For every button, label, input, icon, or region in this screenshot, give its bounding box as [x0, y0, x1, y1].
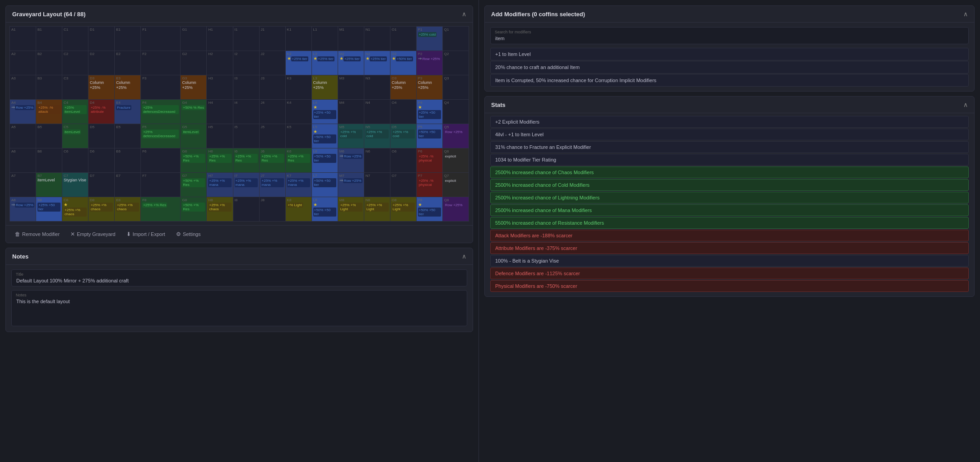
grid-cell-q7[interactable]: Q7explicit [442, 173, 469, 197]
grid-cell-h8[interactable]: H8+25% +% chaos [207, 197, 233, 222]
grid-cell-l5[interactable]: L5★+50% +50 tier [311, 124, 338, 148]
grid-cell-o6[interactable]: O6 [390, 148, 416, 173]
grid-cell-h3[interactable]: H3 [207, 75, 233, 100]
grid-cell-e1[interactable]: E1 [115, 27, 141, 51]
grid-cell-n5[interactable]: N5+25% +% cold [364, 124, 390, 148]
grid-cell-o5[interactable]: O5+25% +% cold [390, 124, 416, 148]
grid-cell-a6[interactable]: A6 [10, 148, 36, 173]
grid-cell-l3[interactable]: L3Column +25% [311, 75, 338, 100]
grid-cell-p2[interactable]: P2⇒Row +25% [416, 51, 442, 75]
grid-cell-l4[interactable]: L4★+25% +50 tier [311, 100, 338, 124]
grid-cell-q5[interactable]: Q5Row +25% [442, 124, 469, 148]
grid-cell-p1[interactable]: P1+25% cold [416, 27, 442, 51]
grid-cell-a3[interactable]: A3 [10, 75, 36, 100]
modifier-item-1[interactable]: 20% chance to craft an additional Item [490, 61, 969, 74]
grid-cell-k7[interactable]: K7+25% +% mana [285, 173, 311, 197]
grid-cell-o7[interactable]: O7 [390, 173, 416, 197]
grid-cell-l6[interactable]: L6+50% +50 tier [311, 148, 338, 173]
grid-cell-h5[interactable]: H5 [207, 124, 233, 148]
grid-cell-p8[interactable]: P8★+50% +50 tier [416, 197, 442, 222]
grid-cell-k5[interactable]: K5 [285, 124, 311, 148]
grid-cell-f7[interactable]: F7 [141, 173, 181, 197]
grid-cell-g4[interactable]: G4+50% % Res [181, 100, 207, 124]
grid-cell-a4[interactable]: A4⇒Row +25% [10, 100, 36, 124]
grid-cell-j5[interactable]: J5 [259, 124, 285, 148]
grid-cell-d1[interactable]: D1 [88, 27, 115, 51]
grid-cell-j1[interactable]: J1 [259, 27, 285, 51]
grid-cell-b6[interactable]: B6 [36, 148, 62, 173]
grid-cell-e2[interactable]: E2 [115, 51, 141, 75]
grid-cell-o1[interactable]: O1 [390, 27, 416, 51]
grid-cell-b8[interactable]: B8+25% +50 tier [36, 197, 62, 222]
grid-cell-b2[interactable]: B2 [36, 51, 62, 75]
empty-graveyard-button[interactable]: ✕ Empty Graveyard [67, 229, 119, 239]
modifier-item-2[interactable]: Item is Corrupted, 50% increased chance … [490, 74, 969, 87]
grid-cell-d8[interactable]: D8+25% +% chaos [88, 197, 115, 222]
grid-cell-c8[interactable]: C8★+25% +% chaos [62, 197, 88, 222]
grid-cell-e8[interactable]: E8+25% +% chaos [115, 197, 141, 222]
graveyard-collapse-icon[interactable]: ∧ [462, 10, 466, 18]
grid-cell-d5[interactable]: D5 [88, 124, 115, 148]
grid-cell-a2[interactable]: A2 [10, 51, 36, 75]
grid-cell-f1[interactable]: F1 [141, 27, 181, 51]
grid-cell-f2[interactable]: F2 [141, 51, 181, 75]
grid-cell-b4[interactable]: B4+25% -% attack [36, 100, 62, 124]
grid-cell-n8[interactable]: N8+25% +% Light [364, 197, 390, 222]
grid-cell-j3[interactable]: J3 [259, 75, 285, 100]
grid-cell-g2[interactable]: G2 [181, 51, 207, 75]
grid-cell-l8[interactable]: L8★+50% +50 tier [311, 197, 338, 222]
grid-cell-b3[interactable]: B3 [36, 75, 62, 100]
notes-textarea[interactable]: This is the default layout [11, 290, 467, 326]
grid-cell-l1[interactable]: L1 [311, 27, 338, 51]
grid-cell-p4[interactable]: P4★+25% +50 tier [416, 100, 442, 124]
grid-cell-j4[interactable]: J4 [259, 100, 285, 124]
remove-modifier-button[interactable]: 🗑 Remove Modifier [11, 229, 63, 239]
grid-cell-p3[interactable]: P3Column +25% [416, 75, 442, 100]
grid-cell-k2[interactable]: K2★+25% tier [285, 51, 311, 75]
grid-cell-j7[interactable]: J7+25% +% mana [259, 173, 285, 197]
grid-cell-o4[interactable]: O4 [390, 100, 416, 124]
grid-cell-c7[interactable]: C7Stygian Vise [62, 173, 88, 197]
grid-cell-l7[interactable]: L7+50% +50 tier [311, 173, 338, 197]
import-export-button[interactable]: ⬇ Import / Export [123, 229, 169, 239]
grid-cell-n2[interactable]: N2★+25% tier [364, 51, 390, 75]
grid-cell-l2[interactable]: L2★+25% tier [311, 51, 338, 75]
title-input[interactable] [11, 269, 467, 286]
grid-cell-a8[interactable]: A8⇒Row +25% [10, 197, 36, 222]
settings-button[interactable]: ⚙ Settings [172, 229, 204, 239]
grid-cell-n1[interactable]: N1 [364, 27, 390, 51]
grid-cell-b5[interactable]: B5 [36, 124, 62, 148]
grid-cell-j6[interactable]: J6+25% +% Res [259, 148, 285, 173]
grid-cell-f5[interactable]: F5+25% defencesDecreased [141, 124, 181, 148]
grid-cell-o2[interactable]: O2★+50% tier [390, 51, 416, 75]
grid-cell-k1[interactable]: K1 [285, 27, 311, 51]
grid-cell-q1[interactable]: Q1 [442, 27, 469, 51]
grid-cell-d7[interactable]: D7 [88, 173, 115, 197]
notes-collapse-icon[interactable]: ∧ [462, 253, 466, 260]
add-modifiers-collapse-icon[interactable]: ∧ [963, 10, 968, 18]
grid-cell-g8[interactable]: G8+50% +% Res [181, 197, 207, 222]
grid-cell-q6[interactable]: Q6explicit [442, 148, 469, 173]
grid-cell-m3[interactable]: M3 [338, 75, 364, 100]
grid-cell-h1[interactable]: H1 [207, 27, 233, 51]
grid-cell-a7[interactable]: A7 [10, 173, 36, 197]
grid-cell-i6[interactable]: I6+25% +% Res [233, 148, 259, 173]
grid-cell-c5[interactable]: C5itemLevel [62, 124, 88, 148]
grid-cell-q4[interactable]: Q4 [442, 100, 469, 124]
grid-cell-e4[interactable]: E4Fracture [115, 100, 141, 124]
grid-cell-i1[interactable]: I1 [233, 27, 259, 51]
grid-cell-o3[interactable]: O3Column +25% [390, 75, 416, 100]
grid-cell-k3[interactable]: K3 [285, 75, 311, 100]
grid-cell-a1[interactable]: A1 [10, 27, 36, 51]
grid-cell-f4[interactable]: F4+25% defencesDecreased [141, 100, 181, 124]
grid-cell-n6[interactable]: N6 [364, 148, 390, 173]
grid-cell-h2[interactable]: H2 [207, 51, 233, 75]
grid-cell-m5[interactable]: M5+25% +% cold [338, 124, 364, 148]
grid-cell-i2[interactable]: I2 [233, 51, 259, 75]
grid-cell-d3[interactable]: D3Column +25% [88, 75, 115, 100]
grid-cell-j8[interactable]: J8 [259, 197, 285, 222]
grid-cell-c6[interactable]: C6 [62, 148, 88, 173]
grid-cell-n3[interactable]: N3 [364, 75, 390, 100]
grid-cell-c1[interactable]: C1 [62, 27, 88, 51]
grid-cell-i5[interactable]: I5 [233, 124, 259, 148]
